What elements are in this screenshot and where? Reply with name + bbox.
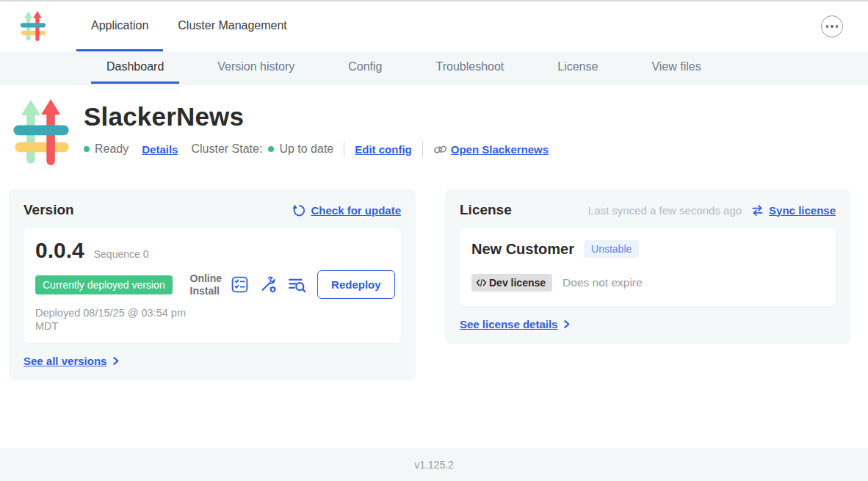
current-version-panel: 0.0.4 Sequence 0 Currently deployed vers… bbox=[23, 228, 401, 343]
subnav-dashboard[interactable]: Dashboard bbox=[91, 51, 179, 84]
app-status-row: Ready Details Cluster State: Up to date … bbox=[84, 142, 549, 156]
app-status-text: Ready bbox=[95, 142, 129, 156]
app-status-dot bbox=[84, 146, 90, 152]
version-card-title: Version bbox=[23, 202, 74, 218]
check-for-update-link[interactable]: Check for update bbox=[311, 204, 401, 217]
page-title: SlackerNews bbox=[84, 102, 549, 131]
edit-config-link[interactable]: Edit config bbox=[355, 143, 412, 156]
cluster-state-dot bbox=[268, 146, 274, 152]
sync-license-link[interactable]: Sync license bbox=[769, 204, 836, 217]
status-divider bbox=[344, 142, 344, 156]
app-subnav: Dashboard Version history Config Trouble… bbox=[0, 51, 868, 84]
chevron-right-icon bbox=[111, 356, 120, 366]
code-icon bbox=[476, 278, 487, 287]
status-divider bbox=[422, 142, 423, 156]
license-card-header: License Last synced a few seconds ago Sy… bbox=[460, 202, 836, 218]
license-expiry: Does not expire bbox=[563, 276, 643, 289]
tab-application[interactable]: Application bbox=[76, 1, 163, 51]
app-meta: SlackerNews Ready Details Cluster State:… bbox=[84, 99, 549, 167]
customer-name: New Customer bbox=[471, 241, 574, 258]
version-action-icons bbox=[231, 275, 307, 294]
version-sequence: Sequence 0 bbox=[94, 248, 149, 260]
console-version: v1.125.2 bbox=[414, 459, 454, 471]
see-license-details-link[interactable]: See license details bbox=[460, 318, 557, 330]
license-type-badge: Dev license bbox=[471, 274, 552, 292]
chain-link-icon bbox=[433, 142, 447, 156]
chevron-right-icon bbox=[562, 319, 571, 329]
top-tabs: Application Cluster Management bbox=[76, 1, 302, 51]
subnav-version-history[interactable]: Version history bbox=[202, 51, 310, 84]
tab-cluster-management[interactable]: Cluster Management bbox=[163, 1, 302, 51]
ellipsis-dot bbox=[826, 25, 829, 28]
license-card-title: License bbox=[460, 202, 512, 218]
footer-bar: v1.125.2 bbox=[0, 448, 868, 481]
ellipsis-dot bbox=[836, 25, 839, 28]
checklist-icon[interactable] bbox=[231, 275, 249, 294]
license-type-label: Dev license bbox=[489, 277, 546, 289]
cluster-state-label: Cluster State: bbox=[191, 142, 262, 156]
wrench-gear-icon[interactable] bbox=[258, 275, 278, 294]
app-header: SlackerNews Ready Details Cluster State:… bbox=[10, 99, 868, 167]
version-card: Version Check for update 0.0.4 Sequence … bbox=[9, 189, 416, 380]
hash-arrows-logo-icon bbox=[19, 11, 47, 42]
overflow-menu-button[interactable] bbox=[821, 15, 843, 37]
deployed-badge: Currently deployed version bbox=[35, 275, 173, 294]
subnav-view-files[interactable]: View files bbox=[636, 51, 716, 84]
app-logo-small bbox=[19, 1, 47, 51]
channel-badge: Unstable bbox=[584, 240, 639, 258]
ellipsis-dot bbox=[831, 25, 833, 28]
last-synced-text: Last synced a few seconds ago bbox=[588, 204, 742, 217]
subnav-config[interactable]: Config bbox=[333, 51, 397, 84]
top-navbar: Application Cluster Management bbox=[0, 1, 868, 51]
subnav-troubleshoot[interactable]: Troubleshoot bbox=[420, 51, 519, 84]
log-search-icon[interactable] bbox=[287, 276, 307, 294]
see-all-versions-link[interactable]: See all versions bbox=[23, 355, 106, 367]
install-type-label: Online Install bbox=[190, 272, 223, 296]
license-panel: New Customer Unstable Dev license Does n… bbox=[460, 228, 836, 306]
refresh-icon bbox=[292, 203, 305, 217]
subnav-license[interactable]: License bbox=[542, 51, 613, 84]
version-number: 0.0.4 bbox=[35, 238, 84, 263]
version-card-header: Version Check for update bbox=[23, 202, 401, 218]
license-card: License Last synced a few seconds ago Sy… bbox=[445, 189, 850, 344]
open-app-link[interactable]: Open Slackernews bbox=[451, 143, 549, 156]
dashboard-cards: Version Check for update 0.0.4 Sequence … bbox=[9, 189, 859, 380]
status-details-link[interactable]: Details bbox=[142, 143, 178, 156]
sync-arrows-icon bbox=[751, 203, 764, 217]
topbar-spacer bbox=[302, 1, 821, 51]
app-logo-large bbox=[10, 99, 72, 167]
cluster-state-text: Up to date bbox=[279, 142, 333, 156]
deployed-timestamp: Deployed 08/15/25 @ 03:54 pm MDT bbox=[35, 306, 211, 333]
redeploy-button[interactable]: Redeploy bbox=[317, 270, 395, 299]
